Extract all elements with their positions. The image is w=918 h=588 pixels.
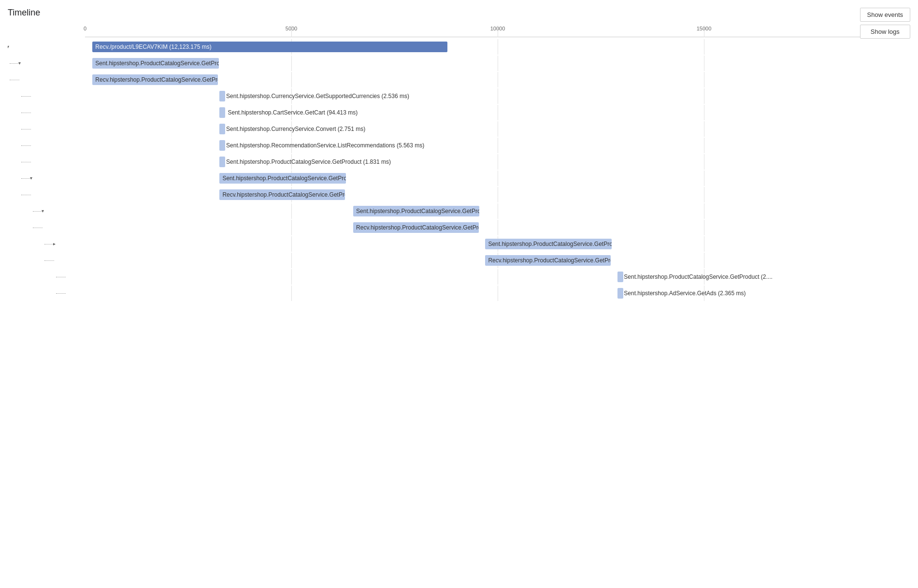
- span-bar[interactable]: [617, 288, 623, 299]
- bar-grid-line: [704, 154, 704, 170]
- bar-grid-line: [704, 72, 704, 87]
- axis-area: 05000100001500020000: [85, 26, 910, 37]
- span-bar[interactable]: [219, 91, 225, 101]
- bar-grid-line: [291, 253, 292, 268]
- bar-grid-line: [498, 203, 498, 219]
- axis-line: [85, 37, 910, 37]
- bar-area: Recv.hipstershop.ProductCatalogService.G…: [85, 72, 910, 87]
- table-row: ▾Sent.hipstershop.ProductCatalogService.…: [8, 203, 910, 219]
- bar-grid-line: [498, 105, 498, 120]
- bar-area: Sent.hipstershop.AdService.GetAds (2.365…: [85, 286, 910, 301]
- toggle-arrow[interactable]: ▾: [42, 208, 47, 214]
- span-bar[interactable]: Sent.hipstershop.ProductCatalogService.G…: [92, 58, 218, 69]
- span-label: Sent.hipstershop.RecommendationService.L…: [226, 140, 424, 151]
- span-label: Sent.hipstershop.CurrencyService.Convert…: [226, 124, 365, 134]
- span-bar[interactable]: Sent.hipstershop.ProductCatalogService.G…: [485, 239, 611, 249]
- bar-area: Recv.hipstershop.ProductCatalogService.G…: [85, 220, 910, 235]
- timeline-container: Timeline Show events Show logs 050001000…: [8, 8, 910, 302]
- span-label: Sent.hipstershop.CurrencyService.GetSupp…: [226, 91, 409, 101]
- span-label: Sent.hipstershop.CartService.GetCart (94…: [228, 107, 358, 118]
- bar-grid-line: [498, 121, 498, 137]
- bar-area: Sent.hipstershop.RecommendationService.L…: [85, 138, 910, 153]
- show-logs-button[interactable]: Show logs: [860, 25, 910, 39]
- bar-area: Recv.hipstershop.ProductCatalogService.G…: [85, 253, 910, 268]
- bar-grid-line: [704, 203, 704, 219]
- bar-grid-line: [498, 88, 498, 104]
- toggle-arrow[interactable]: ▾: [18, 60, 24, 66]
- horizontal-tree-line: [56, 277, 66, 277]
- action-buttons: Show events Show logs: [860, 8, 910, 39]
- span-bar[interactable]: Recv.hipstershop.ProductCatalogService.G…: [219, 189, 345, 200]
- bar-grid-line: [291, 72, 292, 87]
- span-bar[interactable]: [219, 107, 225, 118]
- span-bar[interactable]: [219, 140, 225, 151]
- horizontal-tree-line: [10, 63, 19, 64]
- axis-tick: 15000: [697, 26, 712, 31]
- bar-area: Sent.hipstershop.CurrencyService.Convert…: [85, 121, 910, 137]
- bar-grid-line: [498, 154, 498, 170]
- bar-area: Recv./product/L9ECAV7KIM (12,123.175 ms): [85, 39, 910, 55]
- table-row: Recv.hipstershop.ProductCatalogService.G…: [8, 72, 910, 87]
- span-bar[interactable]: Sent.hipstershop.ProductCatalogService.G…: [353, 206, 479, 216]
- bar-grid-line: [498, 138, 498, 153]
- span-bar[interactable]: Recv./product/L9ECAV7KIM (12,123.175 ms): [92, 42, 447, 52]
- horizontal-tree-line: [21, 96, 31, 97]
- table-row: Sent.hipstershop.CurrencyService.Convert…: [8, 121, 910, 137]
- span-bar[interactable]: [219, 157, 225, 167]
- bar-area: Sent.hipstershop.CurrencyService.GetSupp…: [85, 88, 910, 104]
- axis-tick: 5000: [286, 26, 297, 31]
- bar-grid-line: [498, 220, 498, 235]
- bar-grid-line: [704, 253, 704, 268]
- span-bar[interactable]: Recv.hipstershop.ProductCatalogService.G…: [485, 255, 611, 266]
- table-row: Sent.hipstershop.CurrencyService.GetSupp…: [8, 88, 910, 104]
- bar-grid-line: [704, 220, 704, 235]
- spans-wrapper: ▾Recv./product/L9ECAV7KIM (12,123.175 ms…: [8, 39, 910, 301]
- toggle-arrow[interactable]: ▾: [30, 175, 36, 181]
- page-title: Timeline: [8, 8, 910, 18]
- toggle-arrow[interactable]: ▸: [53, 241, 59, 247]
- axis-tick: 0: [84, 26, 86, 31]
- bar-area: Sent.hipstershop.ProductCatalogService.G…: [85, 56, 910, 71]
- bar-grid-line: [291, 286, 292, 301]
- bar-area: Sent.hipstershop.ProductCatalogService.G…: [85, 269, 910, 285]
- horizontal-tree-line: [10, 80, 19, 80]
- bar-area: Sent.hipstershop.CartService.GetCart (94…: [85, 105, 910, 120]
- span-bar[interactable]: Sent.hipstershop.ProductCatalogService.G…: [219, 173, 345, 184]
- table-row: Sent.hipstershop.AdService.GetAds (2.365…: [8, 286, 910, 301]
- bar-grid-line: [498, 171, 498, 186]
- bar-grid-line: [291, 220, 292, 235]
- bar-grid-line: [498, 39, 498, 55]
- bar-grid-line: [498, 72, 498, 87]
- axis-tick: 10000: [490, 26, 505, 31]
- bar-grid-line: [704, 39, 704, 55]
- bar-grid-line: [704, 56, 704, 71]
- bar-grid-line: [704, 121, 704, 137]
- bar-area: Sent.hipstershop.ProductCatalogService.G…: [85, 203, 910, 219]
- span-bar[interactable]: Recv.hipstershop.ProductCatalogService.G…: [92, 74, 218, 85]
- table-row: ▾Sent.hipstershop.ProductCatalogService.…: [8, 171, 910, 186]
- bar-grid-line: [498, 269, 498, 285]
- bar-area: Sent.hipstershop.ProductCatalogService.G…: [85, 171, 910, 186]
- axis-row: 05000100001500020000: [8, 26, 910, 37]
- span-label: Sent.hipstershop.AdService.GetAds (2.365…: [624, 288, 746, 299]
- span-bar[interactable]: [219, 124, 225, 134]
- horizontal-tree-line: [44, 260, 54, 261]
- toggle-arrow[interactable]: ▾: [8, 44, 13, 50]
- span-bar[interactable]: Recv.hipstershop.ProductCatalogService.G…: [353, 222, 479, 233]
- bar-grid-line: [498, 286, 498, 301]
- span-bar[interactable]: [617, 272, 623, 282]
- show-events-button[interactable]: Show events: [860, 8, 910, 22]
- bar-grid-line: [498, 187, 498, 202]
- table-row: Recv.hipstershop.ProductCatalogService.G…: [8, 220, 910, 235]
- table-row: Sent.hipstershop.ProductCatalogService.G…: [8, 154, 910, 170]
- bar-area: Sent.hipstershop.ProductCatalogService.G…: [85, 236, 910, 252]
- bar-grid-line: [704, 236, 704, 252]
- table-row: ▸Sent.hipstershop.ProductCatalogService.…: [8, 236, 910, 252]
- table-row: ▾Sent.hipstershop.ProductCatalogService.…: [8, 56, 910, 71]
- horizontal-tree-line: [21, 195, 31, 195]
- horizontal-tree-line: [33, 228, 43, 228]
- table-row: Recv.hipstershop.ProductCatalogService.G…: [8, 253, 910, 268]
- bar-grid-line: [291, 269, 292, 285]
- horizontal-tree-line: [33, 211, 43, 212]
- bar-grid-line: [704, 138, 704, 153]
